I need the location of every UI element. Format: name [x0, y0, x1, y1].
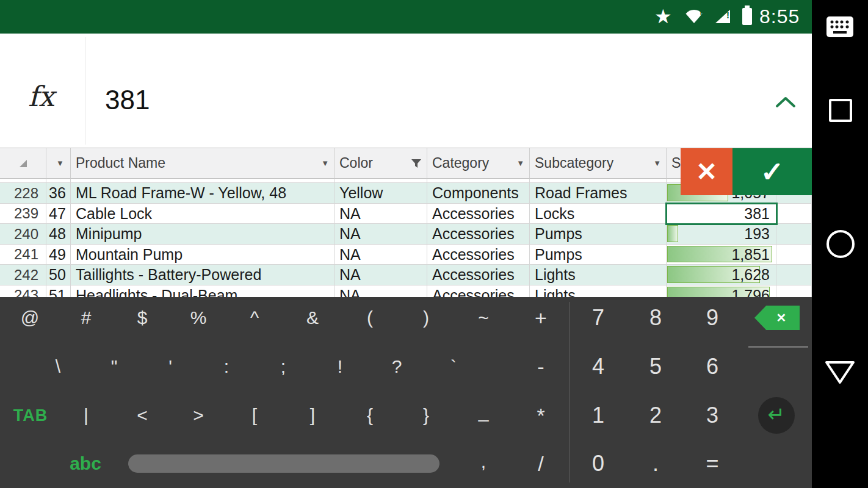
key-tab[interactable]: TAB	[13, 407, 48, 424]
cell-color[interactable]: NA	[335, 204, 427, 224]
key[interactable]: ^	[250, 309, 259, 327]
column-header-product[interactable]: Product Name ▼	[71, 148, 335, 179]
column-header-id[interactable]: ▼	[46, 148, 71, 179]
cell-product[interactable]: Minipump	[71, 224, 335, 245]
key-space[interactable]	[128, 454, 439, 473]
key[interactable]: 0	[592, 453, 604, 475]
column-header-category[interactable]: Category ▼	[427, 148, 530, 179]
key[interactable]: #	[81, 309, 92, 327]
row-number[interactable]: 240	[0, 224, 46, 245]
row-number[interactable]: 241	[0, 245, 46, 265]
key[interactable]: 3	[706, 404, 718, 426]
key[interactable]: 1	[592, 404, 604, 426]
key[interactable]: &	[306, 309, 319, 327]
back-button[interactable]	[825, 359, 855, 386]
key[interactable]: )	[423, 309, 429, 327]
cell-sales[interactable]: 1,628	[667, 265, 776, 285]
keyboard-switch-button[interactable]	[826, 16, 854, 39]
key[interactable]: 6	[706, 356, 718, 378]
cell-id[interactable]: 47	[46, 204, 71, 224]
key[interactable]: *	[537, 405, 544, 426]
cell-empty[interactable]	[776, 204, 812, 224]
cell-product[interactable]: Taillights - Battery-Powered	[71, 265, 335, 285]
key[interactable]: ]	[310, 406, 315, 425]
cell-color[interactable]: Yellow	[335, 183, 427, 204]
cell-subcategory[interactable]: Locks	[530, 204, 667, 224]
cell-subcategory[interactable]: Pumps	[530, 245, 667, 265]
key[interactable]: !	[338, 357, 342, 376]
key-backspace[interactable]: ✕	[754, 306, 800, 330]
key[interactable]: `	[450, 357, 457, 376]
key[interactable]: ?	[392, 357, 402, 376]
key[interactable]: 8	[649, 307, 662, 329]
key[interactable]: %	[190, 309, 207, 327]
row-number[interactable]: 242	[0, 265, 46, 285]
cell-subcategory[interactable]: Pumps	[530, 224, 667, 245]
keyboard-divider	[569, 302, 570, 483]
key[interactable]: $	[137, 309, 148, 327]
key-abc[interactable]: abc	[70, 454, 101, 473]
cell-empty[interactable]	[776, 265, 812, 285]
key[interactable]: 2	[649, 404, 662, 426]
column-header-color[interactable]: Color	[335, 148, 427, 179]
key[interactable]: /	[538, 453, 543, 474]
row-number[interactable]: 228	[0, 183, 46, 204]
confirm-button[interactable]: ✓	[732, 148, 812, 195]
cell-color[interactable]: NA	[335, 245, 427, 265]
key[interactable]: +	[535, 307, 547, 328]
cell-product[interactable]: Mountain Pump	[71, 245, 335, 265]
key[interactable]: 4	[592, 356, 604, 378]
key[interactable]: <	[137, 406, 148, 425]
recents-button[interactable]	[829, 99, 852, 122]
key[interactable]: 7	[592, 307, 604, 329]
cell-sales[interactable]: 1,851	[667, 245, 776, 265]
key[interactable]: 5	[649, 356, 662, 378]
chevron-up-icon[interactable]	[775, 96, 796, 109]
key[interactable]: '	[168, 357, 172, 376]
cell-category[interactable]: Accessories	[427, 245, 530, 265]
home-button[interactable]	[826, 230, 855, 258]
key-comma[interactable]: ,	[481, 453, 486, 471]
cell-subcategory[interactable]: Lights	[530, 265, 667, 285]
key[interactable]: 9	[706, 307, 718, 329]
cell-category[interactable]: Accessories	[427, 204, 530, 224]
cell-id[interactable]: 48	[46, 224, 71, 245]
key[interactable]: (	[367, 309, 373, 327]
cell-category[interactable]: Accessories	[427, 265, 530, 285]
cell-color[interactable]: NA	[335, 265, 427, 285]
cell-id[interactable]: 50	[46, 265, 71, 285]
key[interactable]: |	[84, 406, 89, 425]
key[interactable]: >	[193, 406, 204, 425]
cell-subcategory[interactable]: Road Frames	[530, 183, 667, 204]
key[interactable]: .	[653, 453, 659, 475]
cell-empty[interactable]	[776, 224, 812, 245]
key[interactable]: _	[479, 403, 489, 421]
key[interactable]: @	[21, 309, 39, 327]
formula-input[interactable]: 381	[105, 85, 150, 115]
cell-id[interactable]: 49	[46, 245, 71, 265]
cell-sales-selected[interactable]: 381	[667, 204, 776, 224]
cell-category[interactable]: Components	[427, 183, 530, 204]
cell-color[interactable]: NA	[335, 224, 427, 245]
key[interactable]: ;	[281, 357, 286, 376]
cancel-button[interactable]: ✕	[681, 148, 732, 195]
key[interactable]: ~	[478, 309, 489, 327]
cell-category[interactable]: Accessories	[427, 224, 530, 245]
key[interactable]: =	[706, 453, 718, 475]
key[interactable]: {	[367, 406, 373, 425]
cell-empty[interactable]	[776, 245, 812, 265]
key[interactable]: :	[224, 357, 229, 376]
key[interactable]: }	[423, 406, 429, 425]
row-number[interactable]: 239	[0, 204, 46, 224]
column-header-subcategory[interactable]: Subcategory ▼	[530, 148, 667, 179]
key[interactable]: \	[56, 357, 60, 376]
key[interactable]: -	[537, 356, 544, 377]
cell-product[interactable]: Cable Lock	[71, 204, 335, 224]
key[interactable]: [	[252, 406, 257, 425]
key-enter[interactable]: ↵	[758, 397, 795, 434]
key[interactable]: "	[111, 357, 118, 376]
cell-sales[interactable]: 193	[667, 224, 776, 245]
cell-id[interactable]: 36	[46, 183, 71, 204]
cell-product[interactable]: ML Road Frame-W - Yellow, 48	[71, 183, 335, 204]
select-all-corner[interactable]	[0, 148, 46, 179]
